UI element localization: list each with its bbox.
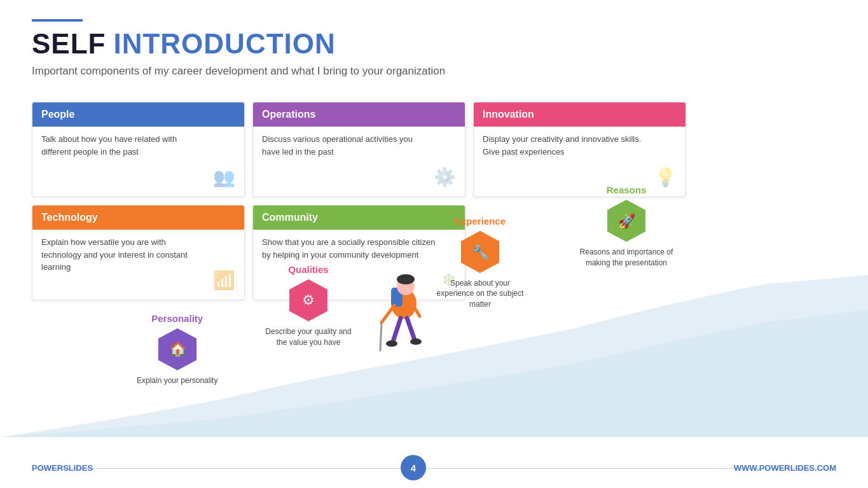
- page-number: 4: [401, 455, 426, 480]
- operations-icon: ⚙️: [434, 167, 456, 188]
- svg-line-7: [393, 318, 401, 342]
- svg-point-10: [410, 338, 422, 345]
- svg-point-9: [386, 340, 397, 347]
- experience-desc: Speak about your experience on the subje…: [432, 278, 528, 310]
- footer: POWERSLIDES 4 WWW.POWERLIDES.COM: [32, 455, 836, 480]
- people-icon: 👥: [213, 167, 235, 188]
- card-technology-header: Technology: [32, 206, 244, 230]
- svg-line-5: [380, 323, 382, 351]
- qualities-desc: Describe your quality and the value you …: [264, 326, 353, 348]
- slide: SELF INTRODUCTION Important components o…: [0, 0, 868, 488]
- footer-website: WWW.POWERLIDES.COM: [734, 463, 836, 473]
- brand-blue: SLIDES: [63, 463, 93, 473]
- card-operations-header: Operations: [253, 102, 465, 127]
- qualities-hexagon: ⚙: [286, 278, 331, 323]
- personality-step: Personality 🏠 Explain your personality: [137, 313, 217, 386]
- title-row: SELF INTRODUCTION: [32, 28, 836, 60]
- card-community-text: Show that you are a socially responsible…: [262, 236, 436, 261]
- brand-black: POWER: [32, 463, 63, 473]
- card-people-text: Talk about how you have related with dif…: [41, 133, 208, 158]
- svg-text:🚀: 🚀: [618, 213, 636, 230]
- qualities-step: Qualities ⚙ Describe your quality and th…: [264, 264, 353, 348]
- reasons-step: Reasons 🚀 Reasons and importance of maki…: [579, 185, 674, 268]
- personality-label: Personality: [151, 313, 203, 324]
- card-people: People Talk about how you have related w…: [32, 102, 245, 197]
- card-innovation-text: Display your creativity and innovative s…: [483, 133, 649, 158]
- card-operations: Operations Discuss various operational a…: [252, 102, 465, 197]
- qualities-label: Qualities: [288, 264, 328, 275]
- reasons-hexagon: 🚀: [604, 199, 649, 243]
- experience-hexagon: 🔧: [458, 230, 502, 274]
- experience-step: Experience 🔧 Speak about your experience…: [432, 216, 528, 310]
- staircase-section: Personality 🏠 Explain your personality Q…: [0, 262, 868, 459]
- card-people-header: People: [32, 102, 244, 127]
- header-accent-line: [32, 19, 83, 22]
- card-innovation-header: Innovation: [474, 102, 685, 127]
- svg-text:🔧: 🔧: [472, 244, 490, 261]
- title-intro: INTRODUCTION: [113, 28, 335, 60]
- experience-label: Experience: [455, 216, 506, 227]
- personality-desc: Explain your personality: [137, 375, 217, 386]
- svg-text:⚙: ⚙: [302, 292, 315, 308]
- svg-line-8: [407, 318, 415, 340]
- footer-brand: POWERSLIDES: [32, 463, 93, 473]
- svg-text:🏠: 🏠: [169, 340, 186, 358]
- svg-point-3: [397, 274, 415, 284]
- hiker-figure: [369, 268, 439, 370]
- card-people-body: Talk about how you have related with dif…: [32, 127, 244, 197]
- svg-line-4: [382, 305, 394, 323]
- card-operations-body: Discuss various operational activities y…: [253, 127, 465, 197]
- card-operations-text: Discuss various operational activities y…: [262, 133, 429, 158]
- personality-hexagon: 🏠: [155, 327, 200, 372]
- card-innovation: Innovation Display your creativity and i…: [473, 102, 686, 197]
- subtitle: Important components of my career develo…: [32, 65, 836, 78]
- reasons-label: Reasons: [607, 185, 647, 195]
- title-self: SELF: [32, 28, 106, 60]
- reasons-desc: Reasons and importance of making the pre…: [579, 247, 674, 268]
